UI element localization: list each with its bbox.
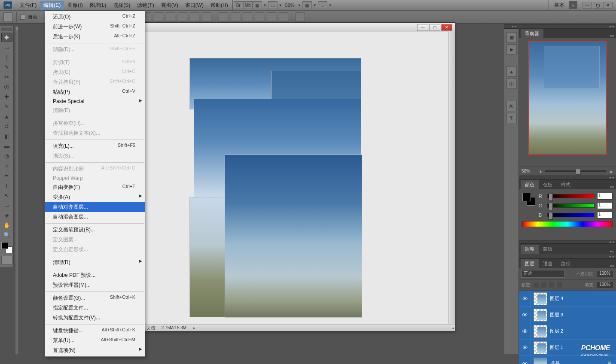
menu-item[interactable]: 指定配置文件... — [45, 303, 145, 313]
opacity-value[interactable]: 100% — [596, 270, 613, 277]
dropdown-arrow-icon[interactable]: ▼ — [312, 1, 318, 9]
paragraph-panel-icon[interactable]: ¶ — [506, 113, 517, 123]
auto-select-checkbox[interactable] — [20, 15, 25, 20]
document-titlebar[interactable]: 50%(RGB/8) * — ▢ ✕ — [112, 23, 455, 32]
distribute-left-icon[interactable] — [219, 12, 228, 22]
navigator-preview[interactable] — [528, 41, 607, 155]
menu-item[interactable]: 填充(L)...Shift+F5 — [45, 141, 145, 151]
screen-mode2-icon[interactable]: ▭ — [318, 1, 327, 9]
layer-thumbnail[interactable] — [534, 292, 547, 305]
document-canvas[interactable] — [112, 32, 448, 324]
align-top-icon[interactable] — [178, 12, 187, 22]
history-brush-tool-icon[interactable]: ↺ — [1, 121, 12, 131]
view-extras-icon[interactable]: ▭ — [268, 1, 278, 9]
color-spectrum[interactable] — [522, 221, 613, 227]
panel-menu-icon[interactable]: ▾≡ — [608, 249, 616, 254]
tab-paths[interactable]: 路径 — [557, 259, 575, 268]
panel-menu-icon[interactable]: ▾≡ — [608, 264, 616, 268]
move-tool-icon[interactable]: ✥ — [1, 33, 12, 42]
layer-row[interactable]: 👁图层 2 — [519, 323, 616, 340]
zoom-level[interactable]: 50% — [284, 3, 296, 8]
layer-name[interactable]: 图层 2 — [550, 328, 563, 334]
vertical-scrollbar[interactable] — [448, 32, 455, 324]
align-center-v-icon[interactable] — [190, 12, 199, 22]
expand-workspace-icon[interactable]: » — [569, 1, 577, 9]
minibridge-icon[interactable]: Mb — [243, 1, 253, 9]
layer-visibility-icon[interactable]: 👁 — [519, 323, 531, 339]
b-slider[interactable] — [547, 213, 595, 217]
hand-tool-icon[interactable]: ✋ — [1, 220, 12, 230]
shape-tool-icon[interactable]: ▭ — [1, 200, 12, 210]
distribute-right-icon[interactable] — [243, 12, 252, 22]
menu-item[interactable]: 转换为配置文件(V)... — [45, 313, 145, 323]
lasso-tool-icon[interactable]: ⟆ — [1, 52, 12, 62]
info-panel-icon[interactable]: ⓘ — [506, 79, 517, 89]
navigator-zoom[interactable]: 50% — [521, 169, 539, 173]
doc-minimize-icon[interactable]: — — [417, 24, 428, 31]
tab-masks[interactable]: 蒙版 — [539, 245, 557, 254]
lock-transparency-icon[interactable] — [533, 282, 539, 288]
menu-window[interactable]: 窗口(W) — [182, 1, 207, 10]
foreground-color[interactable] — [1, 242, 8, 249]
foreground-swatch[interactable] — [522, 193, 531, 201]
type-tool-icon[interactable]: T — [1, 181, 12, 190]
menu-item[interactable]: 键盘快捷键...Alt+Shift+Ctrl+K — [45, 326, 145, 336]
screen-mode-icon[interactable]: ▦ — [253, 1, 262, 9]
dropdown-arrow-icon[interactable]: ▼ — [262, 1, 268, 9]
layer-thumbnail[interactable] — [534, 309, 547, 322]
layer-name[interactable]: 图层 1 — [550, 344, 563, 351]
histogram-panel-icon[interactable]: ▲ — [506, 67, 517, 77]
g-slider[interactable] — [547, 203, 595, 208]
menu-item[interactable]: 变换(A)▶ — [45, 192, 145, 202]
dropdown-arrow-icon[interactable]: ▼ — [296, 1, 302, 9]
menu-edit[interactable]: 编辑(E) — [40, 1, 64, 10]
brush-tool-icon[interactable]: ✎ — [1, 102, 12, 111]
layer-thumbnail[interactable] — [534, 325, 547, 338]
arrange-docs-icon[interactable]: ▦ — [302, 1, 312, 9]
layer-thumbnail[interactable] — [534, 341, 547, 354]
panel-collapse-handle[interactable] — [519, 24, 616, 28]
layer-row[interactable]: 👁图层 4 — [519, 291, 616, 307]
menu-item[interactable]: 自动混合图层... — [45, 212, 145, 222]
menu-item[interactable]: 前进一步(W)Shift+Ctrl+Z — [45, 22, 145, 32]
r-value[interactable]: 1 — [597, 193, 613, 200]
eyedropper-tool-icon[interactable]: ⦿ — [1, 82, 12, 91]
tab-swatches[interactable]: 色板 — [539, 180, 557, 189]
panel-collapse-handle[interactable] — [519, 240, 616, 244]
menu-item[interactable]: 自由变换(F)Ctrl+T — [45, 182, 145, 192]
menu-item[interactable]: 菜单(U)...Alt+Shift+Ctrl+M — [45, 336, 145, 346]
dropdown-arrow-icon[interactable]: ▼ — [278, 1, 284, 9]
align-center-h-icon[interactable] — [154, 12, 163, 22]
layer-visibility-icon[interactable]: 👁 — [519, 356, 531, 364]
3d-tool-icon[interactable]: ◈ — [1, 210, 12, 220]
blend-mode-select[interactable]: 正常 — [521, 270, 564, 278]
collapsed-panel-strip[interactable] — [15, 26, 19, 354]
menu-item[interactable]: 还原(O)Ctrl+Z — [45, 12, 145, 22]
fill-value[interactable]: 100% — [596, 282, 613, 288]
auto-align-icon[interactable] — [296, 12, 305, 22]
align-bottom-icon[interactable] — [202, 12, 211, 22]
tab-color[interactable]: 颜色 — [521, 180, 539, 189]
tab-styles[interactable]: 样式 — [557, 180, 575, 189]
lock-position-icon[interactable] — [549, 282, 555, 288]
menu-item[interactable]: 后退一步(K)Alt+Ctrl+Z — [45, 32, 145, 42]
tab-layers[interactable]: 图层 — [521, 259, 539, 268]
b-value[interactable]: 1 — [597, 212, 613, 218]
panel-collapse-handle[interactable] — [519, 176, 616, 179]
tab-navigator[interactable]: 导航器 — [521, 29, 543, 38]
menu-select[interactable]: 选择(S) — [110, 1, 134, 10]
layer-name[interactable]: 图层 3 — [550, 312, 563, 318]
layer-thumbnail[interactable] — [534, 358, 547, 364]
doc-maximize-icon[interactable]: ▢ — [429, 24, 440, 31]
menu-file[interactable]: 文件(F) — [16, 1, 40, 10]
menu-item[interactable]: 清理(R)▶ — [45, 258, 145, 267]
doc-close-icon[interactable]: ✕ — [441, 24, 452, 31]
workspace-label[interactable]: 基本 — [552, 2, 567, 9]
minimize-icon[interactable]: — — [582, 2, 592, 9]
menu-item[interactable]: 定义画笔预设(B)... — [45, 225, 145, 235]
layer-visibility-icon[interactable]: 👁 — [519, 291, 531, 306]
menu-item[interactable]: 颜色设置(G)...Shift+Ctrl+K — [45, 293, 145, 303]
panel-handle[interactable] — [1, 27, 12, 31]
menu-filter[interactable]: 滤镜(T) — [134, 1, 157, 10]
menu-item[interactable]: Paste Special▶ — [45, 97, 145, 106]
